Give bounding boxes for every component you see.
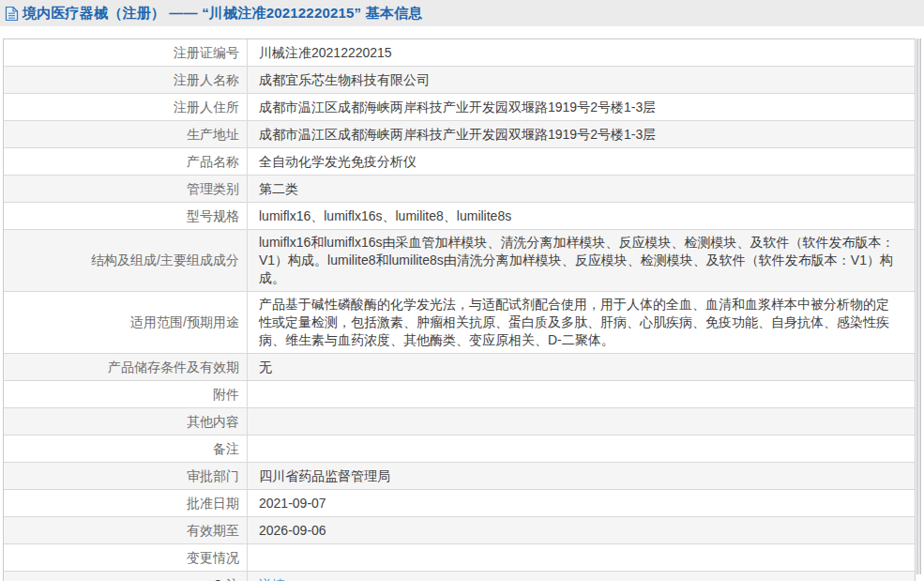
- row-label: 批准日期: [4, 490, 248, 516]
- row-value: 成都宜乐芯生物科技有限公司: [248, 67, 915, 93]
- table-row: 注册证编号 川械注准20212220215: [4, 39, 915, 67]
- header-bar: 境内医疗器械（注册） —— “川械注准20212220215” 基本信息: [0, 0, 924, 26]
- table-row: 变更情况: [4, 544, 915, 572]
- table-row: 批准日期 2021-09-07: [4, 490, 915, 517]
- row-label: 变更情况: [4, 544, 248, 571]
- table-row: 生产地址 成都市温江区成都海峡两岸科技产业开发园双堰路1919号2号楼1-3层: [4, 121, 915, 148]
- table-row-note: 注 详情: [4, 572, 915, 581]
- row-value: 2026-09-06: [248, 517, 915, 543]
- row-label: 管理类别: [4, 176, 248, 202]
- row-value: 四川省药品监督管理局: [248, 463, 915, 489]
- row-label: 有效期至: [4, 517, 248, 543]
- row-value-text: 产品基于碱性磷酸酶的化学发光法，与适配试剂配合使用，用于人体的全血、血清和血浆样…: [259, 296, 901, 349]
- row-label: 产品储存条件及有效期: [4, 354, 248, 380]
- table-row: 审批部门 四川省药品监督管理局: [4, 463, 915, 490]
- row-value: 2021-09-07: [248, 490, 915, 516]
- row-label: 注册人名称: [4, 67, 248, 93]
- row-value: 全自动化学发光免疫分析仪: [248, 148, 915, 175]
- vertical-scrollbar[interactable]: [916, 38, 921, 574]
- row-label: 附件: [4, 381, 248, 407]
- row-value: 川械注准20212220215: [248, 39, 915, 66]
- table-row: 产品储存条件及有效期 无: [4, 354, 915, 381]
- row-value: 成都市温江区成都海峡两岸科技产业开发园双堰路1919号2号楼1-3层: [248, 121, 915, 147]
- table-row: 附件: [4, 381, 915, 408]
- row-value: [248, 544, 915, 571]
- registration-info-table: 注册证编号 川械注准20212220215 注册人名称 成都宜乐芯生物科技有限公…: [3, 38, 916, 581]
- row-value: 无: [248, 354, 915, 380]
- row-value: 详情: [248, 572, 915, 581]
- row-label: 生产地址: [4, 121, 248, 147]
- row-value: [248, 408, 915, 435]
- row-value: 产品基于碱性磷酸酶的化学发光法，与适配试剂配合使用，用于人体的全血、血清和血浆样…: [248, 292, 915, 353]
- row-label: 备注: [4, 436, 248, 462]
- row-label: 注册人住所: [4, 94, 248, 120]
- row-value: lumiflx16和lumiflx16s由采血管加样模块、清洗分离加样模块、反应…: [248, 230, 915, 291]
- row-label: 适用范围/预期用途: [4, 292, 248, 353]
- table-row: 适用范围/预期用途 产品基于碱性磷酸酶的化学发光法，与适配试剂配合使用，用于人体…: [4, 292, 915, 354]
- table-row: 型号规格 lumiflx16、lumiflx16s、lumilite8、lumi…: [4, 203, 915, 230]
- row-label: 注: [4, 572, 248, 581]
- table-row: 有效期至 2026-09-06: [4, 517, 915, 544]
- table-row: 产品名称 全自动化学发光免疫分析仪: [4, 148, 915, 176]
- row-value: [248, 436, 915, 462]
- row-label: 结构及组成/主要组成成分: [4, 230, 248, 291]
- row-value: 成都市温江区成都海峡两岸科技产业开发园双堰路1919号2号楼1-3层: [248, 94, 915, 120]
- table-row: 管理类别 第二类: [4, 176, 915, 203]
- row-value: lumiflx16、lumiflx16s、lumilite8、lumilite8…: [248, 203, 915, 229]
- note-detail-link[interactable]: 详情: [259, 576, 285, 581]
- row-value-text: lumiflx16和lumiflx16s由采血管加样模块、清洗分离加样模块、反应…: [259, 234, 901, 287]
- row-label: 其他内容: [4, 408, 248, 435]
- document-icon: [5, 6, 19, 22]
- row-label: 产品名称: [4, 148, 248, 175]
- row-label: 注册证编号: [4, 39, 248, 66]
- row-value: [248, 381, 915, 407]
- row-label: 型号规格: [4, 203, 248, 229]
- table-row: 其他内容: [4, 408, 915, 436]
- table-row: 备注: [4, 436, 915, 463]
- table-row: 注册人住所 成都市温江区成都海峡两岸科技产业开发园双堰路1919号2号楼1-3层: [4, 94, 915, 121]
- row-label-text: 注: [226, 576, 239, 581]
- row-label: 审批部门: [4, 463, 248, 489]
- page-title: 境内医疗器械（注册） —— “川械注准20212220215” 基本信息: [23, 5, 422, 23]
- table-row: 结构及组成/主要组成成分 lumiflx16和lumiflx16s由采血管加样模…: [4, 230, 915, 292]
- row-value: 第二类: [248, 176, 915, 202]
- table-row: 注册人名称 成都宜乐芯生物科技有限公司: [4, 67, 915, 94]
